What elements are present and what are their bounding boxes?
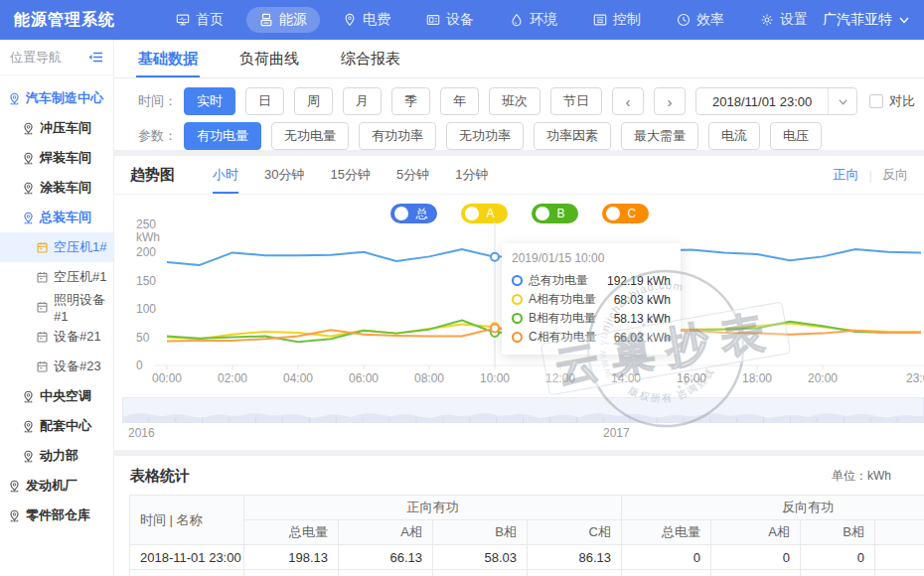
sidebar-item-lighting-1[interactable]: 照明设备#1	[0, 292, 113, 322]
cell-value: 198.13	[244, 545, 339, 570]
nav-item-label: 设置	[780, 11, 808, 29]
sidebar-item-stamping-shop[interactable]: 冲压车间	[0, 113, 113, 143]
param-option-button[interactable]: 电流	[708, 122, 760, 150]
collapse-sidebar-icon[interactable]	[88, 51, 103, 64]
sidebar-item-painting-shop[interactable]: 涂装车间	[0, 173, 113, 203]
compare-checkbox[interactable]	[869, 94, 883, 108]
sidebar-item-assembly-shop[interactable]: 总装车间	[0, 203, 113, 232]
forward-direction-link[interactable]: 正向	[834, 166, 859, 184]
tooltip-rows: 总有功电量192.19 kWhA相有功电量68.03 kWhB相有功电量58.1…	[512, 271, 671, 347]
sidebar-item-label: 配套中心	[40, 417, 91, 435]
col-group-0: 正向有功	[244, 496, 622, 520]
sidebar-item-device-23[interactable]: 设备#23	[0, 352, 113, 381]
param-option-button[interactable]: 电压	[770, 122, 822, 150]
backward-direction-link[interactable]: 反向	[882, 166, 908, 184]
time-option-button[interactable]: 日	[245, 87, 284, 115]
param-option-button[interactable]: 无功功率	[446, 122, 524, 150]
direction-divider: |	[869, 168, 872, 183]
sidebar-item-support-center[interactable]: 配套中心	[0, 411, 113, 441]
time-option-button[interactable]: 班次	[489, 87, 540, 115]
time-option-button[interactable]: 月	[343, 87, 382, 115]
param-option-group: 有功电量无功电量有功功率无功功率功率因素最大需量电流电压	[184, 122, 832, 150]
svg-text:18:00: 18:00	[742, 371, 772, 385]
location-pin-icon	[22, 450, 35, 463]
tooltip-series-label: 总有功电量	[529, 272, 588, 289]
interval-tab[interactable]: 15分钟	[330, 156, 370, 194]
cell-value: 86.13	[339, 570, 433, 576]
content-tabs: 基础数据负荷曲线综合报表	[114, 40, 924, 78]
param-option-button[interactable]: 功率因素	[534, 122, 611, 150]
location-tree: 汽车制造中心冲压车间焊装车间涂装车间总装车间空压机1#空压机#1照明设备#1设备…	[0, 75, 113, 530]
chevron-down-icon	[898, 14, 910, 26]
datetime-select[interactable]: 2018/11/01 23:00	[695, 87, 857, 115]
sidebar-item-label: 总装车间	[40, 209, 91, 226]
param-option-button[interactable]: 最大需量	[621, 122, 698, 150]
next-period-button[interactable]: ›	[654, 87, 686, 115]
table-row[interactable]: 2018-11-01 23:00198.1366.1358.0386.13000	[130, 545, 924, 570]
col-header: B相	[801, 520, 875, 545]
tab-load-curve[interactable]: 负荷曲线	[239, 40, 299, 77]
time-option-button[interactable]: 实时	[184, 87, 235, 115]
series-marker-icon	[512, 332, 523, 343]
interval-tab[interactable]: 30分钟	[264, 156, 304, 194]
nav-item-fee[interactable]: 电费	[330, 7, 403, 33]
svg-text:06:00: 06:00	[349, 371, 379, 385]
sidebar-item-compressor-n1[interactable]: 空压机#1	[0, 262, 113, 292]
col-header: C相	[528, 520, 622, 545]
sidebar-header: 位置导航	[0, 40, 113, 75]
nav-item-device[interactable]: 设备	[413, 7, 487, 33]
nav-item-home[interactable]: 首页	[163, 7, 236, 33]
sidebar-item-device-21[interactable]: 设备#21	[0, 322, 113, 352]
time-option-button[interactable]: 周	[294, 87, 333, 115]
location-pin-icon	[22, 152, 35, 165]
timeline-brush[interactable]	[122, 397, 924, 427]
clock-icon	[677, 13, 691, 27]
location-pin-icon	[22, 212, 35, 224]
table-row[interactable]: 2018-11-01 22:00228.1386.1366.1355.03000	[130, 570, 924, 576]
param-option-button[interactable]: 有功电量	[184, 122, 261, 150]
brush-start-label: 2016	[128, 426, 155, 440]
sidebar-item-label: 设备#23	[54, 358, 101, 375]
account-menu[interactable]: 广汽菲亚特	[823, 11, 910, 29]
sidebar-item-compressor-1[interactable]: 空压机1#	[0, 232, 113, 262]
param-option-button[interactable]: 有功功率	[359, 122, 436, 150]
interval-tab[interactable]: 5分钟	[396, 156, 429, 194]
col-header: B相	[433, 520, 528, 545]
col-header: 总电量	[622, 520, 711, 545]
prev-period-button[interactable]: ‹	[612, 87, 644, 115]
nav-item-energy[interactable]: 能源	[246, 7, 320, 33]
time-option-button[interactable]: 年	[440, 87, 479, 115]
time-option-button[interactable]: 季	[391, 87, 430, 115]
location-pin-icon	[22, 122, 35, 135]
nav-item-settings[interactable]: 设置	[747, 7, 821, 33]
nav-item-control[interactable]: 控制	[580, 7, 654, 33]
sidebar-item-power-dept[interactable]: 动力部	[0, 441, 113, 471]
col-header-time: 时间 | 名称	[130, 496, 244, 545]
sidebar-item-parts-warehouse[interactable]: 零件部仓库	[0, 501, 113, 530]
time-option-button[interactable]: 节日	[550, 87, 602, 115]
svg-text:00:00: 00:00	[152, 371, 182, 385]
sidebar-item-auto-mfg-center[interactable]: 汽车制造中心	[0, 83, 113, 113]
tab-report[interactable]: 综合报表	[341, 40, 400, 77]
nav-item-efficiency[interactable]: 效率	[664, 7, 737, 33]
monitor-icon	[176, 13, 190, 27]
tooltip-series-value: 192.19 kWh	[607, 274, 671, 288]
interval-tab[interactable]: 小时	[213, 156, 238, 194]
param-option-button[interactable]: 无功电量	[271, 122, 349, 150]
nav-item-label: 首页	[196, 11, 224, 29]
svg-text:08:00: 08:00	[414, 371, 444, 385]
tab-basic-data[interactable]: 基础数据	[138, 40, 198, 77]
sidebar-item-welding-shop[interactable]: 焊装车间	[0, 143, 113, 173]
trend-chart-title: 趋势图	[130, 166, 175, 185]
tooltip-row: C相有功电量66.03 kWh	[512, 328, 671, 347]
meter-icon	[36, 360, 49, 373]
stats-table: 时间 | 名称正向有功反向有功总电量A相B相C相总电量A相B相2018-11-0…	[129, 495, 924, 576]
sidebar-item-engine-plant[interactable]: 发动机厂	[0, 471, 113, 501]
sidebar-item-label: 中央空调	[40, 387, 91, 405]
compare-checkbox-row[interactable]: 对比	[869, 92, 915, 110]
nav-item-environment[interactable]: 环境	[497, 7, 570, 33]
sidebar-item-central-ac[interactable]: 中央空调	[0, 381, 113, 411]
interval-tab[interactable]: 1分钟	[455, 156, 488, 194]
svg-text:20:00: 20:00	[808, 371, 838, 385]
panel-icon	[593, 13, 607, 27]
